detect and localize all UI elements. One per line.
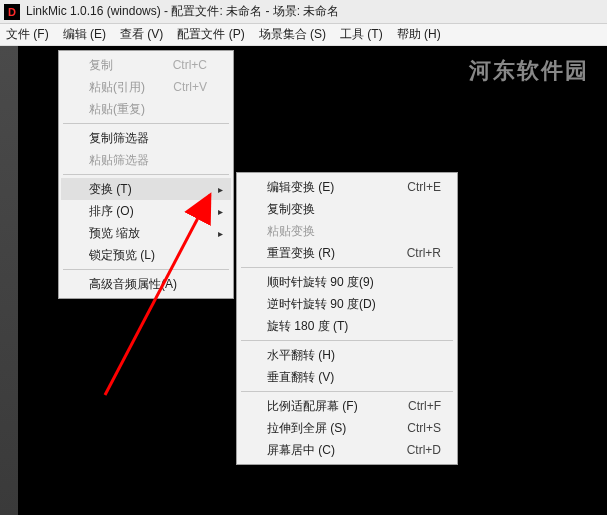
menu-item-label: 粘贴(引用) [89,79,145,96]
menu-item-shortcut: Ctrl+D [407,443,441,457]
menu-view[interactable]: 查看 (V) [120,26,163,43]
menu-item-label: 复制 [89,57,113,74]
menu-file[interactable]: 文件 (F) [6,26,49,43]
chevron-right-icon: ▸ [218,184,223,195]
menu-item-label: 高级音频属性(A) [89,276,177,293]
menu-separator [63,269,229,270]
menu-item-edit-transform[interactable]: 编辑变换 (E) Ctrl+E [239,176,455,198]
menu-item-label: 粘贴(重复) [89,101,145,118]
menu-item-copy[interactable]: 复制 Ctrl+C [61,54,231,76]
menu-item-stretch-screen[interactable]: 拉伸到全屏 (S) Ctrl+S [239,417,455,439]
menu-item-shortcut: Ctrl+V [173,80,207,94]
menu-item-label: 屏幕居中 (C) [267,442,335,459]
menu-item-transform[interactable]: 变换 (T) ▸ [61,178,231,200]
window-title: LinkMic 1.0.16 (windows) - 配置文件: 未命名 - 场… [26,3,339,20]
menu-item-fit-screen[interactable]: 比例适配屏幕 (F) Ctrl+F [239,395,455,417]
menu-separator [241,267,453,268]
menu-item-label: 预览 缩放 [89,225,140,242]
menu-item-shortcut: Ctrl+F [408,399,441,413]
menu-item-paste-filter[interactable]: 粘贴筛选器 [61,149,231,171]
menu-item-rotate-180[interactable]: 旋转 180 度 (T) [239,315,455,337]
menu-item-label: 排序 (O) [89,203,134,220]
submenu-transform: 编辑变换 (E) Ctrl+E 复制变换 粘贴变换 重置变换 (R) Ctrl+… [236,172,458,465]
chevron-right-icon: ▸ [218,206,223,217]
menu-item-label: 水平翻转 (H) [267,347,335,364]
menu-item-label: 变换 (T) [89,181,132,198]
menu-item-paste-transform[interactable]: 粘贴变换 [239,220,455,242]
menu-item-label: 粘贴变换 [267,223,315,240]
menu-separator [63,123,229,124]
menu-item-label: 比例适配屏幕 (F) [267,398,358,415]
menu-item-center-screen[interactable]: 屏幕居中 (C) Ctrl+D [239,439,455,461]
menu-tools[interactable]: 工具 (T) [340,26,383,43]
menu-scene-collection[interactable]: 场景集合 (S) [259,26,326,43]
menu-item-adv-audio[interactable]: 高级音频属性(A) [61,273,231,295]
menu-item-copy-transform[interactable]: 复制变换 [239,198,455,220]
menu-item-label: 逆时针旋转 90 度(D) [267,296,376,313]
menu-item-label: 复制变换 [267,201,315,218]
menu-edit[interactable]: 编辑 (E) [63,26,106,43]
menu-item-shortcut: Ctrl+C [173,58,207,72]
menu-item-label: 编辑变换 (E) [267,179,334,196]
menu-item-reset-transform[interactable]: 重置变换 (R) Ctrl+R [239,242,455,264]
menu-item-label: 粘贴筛选器 [89,152,149,169]
menu-item-copy-filter[interactable]: 复制筛选器 [61,127,231,149]
menu-item-shortcut: Ctrl+E [407,180,441,194]
menu-item-label: 旋转 180 度 (T) [267,318,348,335]
menu-item-paste-ref[interactable]: 粘贴(引用) Ctrl+V [61,76,231,98]
context-menu-edit: 复制 Ctrl+C 粘贴(引用) Ctrl+V 粘贴(重复) 复制筛选器 粘贴筛… [58,50,234,299]
menu-item-label: 垂直翻转 (V) [267,369,334,386]
app-icon: D [4,4,20,20]
menu-bar: 文件 (F) 编辑 (E) 查看 (V) 配置文件 (P) 场景集合 (S) 工… [0,24,607,46]
chevron-right-icon: ▸ [218,228,223,239]
menu-item-label: 拉伸到全屏 (S) [267,420,346,437]
preview-sidebar [0,46,18,515]
menu-item-rotate-ccw[interactable]: 逆时针旋转 90 度(D) [239,293,455,315]
menu-item-order[interactable]: 排序 (O) ▸ [61,200,231,222]
menu-item-flip-h[interactable]: 水平翻转 (H) [239,344,455,366]
menu-help[interactable]: 帮助 (H) [397,26,441,43]
menu-item-label: 重置变换 (R) [267,245,335,262]
menu-item-shortcut: Ctrl+R [407,246,441,260]
title-bar: D LinkMic 1.0.16 (windows) - 配置文件: 未命名 -… [0,0,607,24]
menu-profile[interactable]: 配置文件 (P) [177,26,244,43]
menu-item-preview-scale[interactable]: 预览 缩放 ▸ [61,222,231,244]
menu-separator [241,340,453,341]
menu-item-label: 顺时针旋转 90 度(9) [267,274,374,291]
menu-item-paste-dup[interactable]: 粘贴(重复) [61,98,231,120]
menu-separator [241,391,453,392]
menu-item-label: 锁定预览 (L) [89,247,155,264]
menu-item-lock-preview[interactable]: 锁定预览 (L) [61,244,231,266]
menu-item-label: 复制筛选器 [89,130,149,147]
menu-separator [63,174,229,175]
menu-item-shortcut: Ctrl+S [407,421,441,435]
menu-item-flip-v[interactable]: 垂直翻转 (V) [239,366,455,388]
menu-item-rotate-cw[interactable]: 顺时针旋转 90 度(9) [239,271,455,293]
